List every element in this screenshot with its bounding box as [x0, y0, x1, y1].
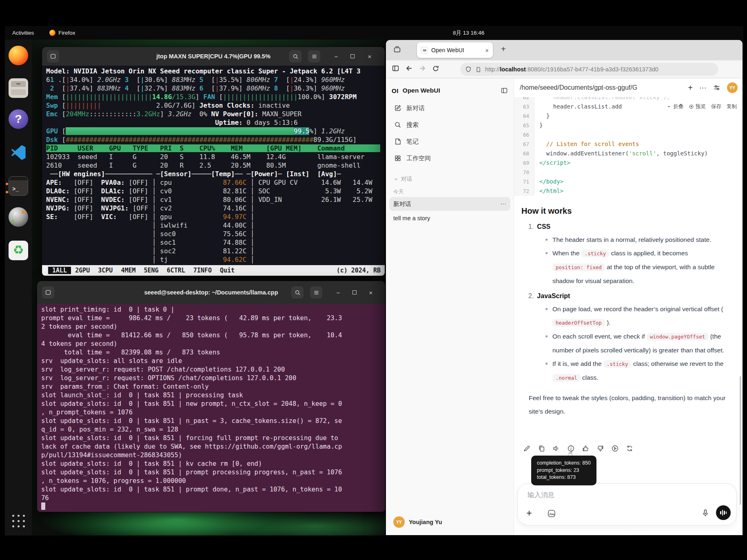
sidebar-item-search[interactable]: 搜索 [388, 117, 511, 133]
shield-icon[interactable] [465, 66, 472, 73]
sidebar-item-workspace[interactable]: 工作空间 [388, 150, 511, 166]
jtop-tab-7INFO[interactable]: 7INFO [189, 267, 216, 274]
page-info-icon[interactable] [475, 66, 481, 73]
jtop-tab-6CTRL[interactable]: 6CTRL [163, 267, 189, 274]
code-line: 71</body> [514, 177, 743, 186]
activities-button[interactable]: Activities [9, 29, 37, 37]
jtop-output-line: 102933 seeed I G 20 S 11.8 46.5M 12.4G l… [46, 153, 381, 161]
jtop-tab-5ENG[interactable]: 5ENG [140, 267, 163, 274]
sidebar-section-chats[interactable]: 对话 [393, 175, 514, 183]
message-action-play[interactable] [611, 445, 619, 454]
new-terminal-tab-button[interactable] [42, 286, 54, 299]
jtop-output-line: │ soc0 75.56C │ [46, 230, 381, 238]
terminal-menu-button[interactable] [308, 50, 320, 62]
user-avatar[interactable]: YY [727, 82, 738, 93]
browser-tab-open-webui[interactable]: OI Open WebUI × [417, 42, 493, 58]
jtop-tab-Quit[interactable]: Quit [216, 267, 239, 274]
jtop-tab-3CPU[interactable]: 3CPU [94, 267, 117, 274]
dock-show-apps-button[interactable] [9, 512, 27, 530]
insert-image-button[interactable] [547, 509, 556, 520]
controls-button[interactable] [713, 84, 720, 91]
chat-list-item[interactable]: 新对话⋯ [389, 197, 510, 211]
message-action-edit[interactable] [523, 445, 531, 454]
close-button[interactable]: × [365, 286, 377, 299]
openwebui-app: OI Open WebUI 新对话搜索笔记工作空间 对话 今天 新对话⋯tell… [386, 78, 743, 535]
copy-icon [538, 445, 545, 452]
sidebar-item-notes[interactable]: 笔记 [388, 133, 511, 150]
chat-item-menu-button[interactable]: ⋯ [501, 201, 507, 207]
files-handle-art [16, 83, 20, 84]
message-composer[interactable]: 输入消息 + [517, 483, 737, 525]
dock-vscode-icon[interactable] [9, 143, 28, 162]
forward-button[interactable] [419, 64, 426, 74]
new-tab-button[interactable]: + [501, 45, 506, 53]
scrollbar[interactable] [740, 376, 741, 505]
terminal-search-button[interactable] [291, 286, 304, 299]
new-terminal-tab-button[interactable] [47, 50, 59, 62]
dock-camera-icon[interactable] [9, 207, 28, 227]
llama-titlebar[interactable]: seeed@seeed-desktop: ~/Documents/llama.c… [37, 281, 385, 304]
chat-title: /home/seeed/Documents/gpt-oss-gguf/G [520, 84, 637, 91]
dock-help-icon[interactable]: ? [9, 109, 28, 129]
back-button[interactable] [405, 64, 413, 74]
maximize-button[interactable] [348, 286, 361, 299]
message-action-thumb-up[interactable] [582, 445, 590, 454]
camera-glint-art [22, 210, 25, 214]
llama-log-line: eval time = 81412.66 ms / 850 tokens ( 9… [41, 331, 381, 340]
edit-icon [523, 445, 531, 452]
message-action-copy[interactable] [538, 445, 545, 454]
code-line-content: // Listen for scroll events [534, 139, 639, 149]
dock-firefox-icon[interactable] [9, 46, 28, 65]
dock-terminal-icon[interactable]: >_ [9, 176, 28, 196]
inline-code: headerOffsetTop [552, 319, 605, 327]
terminal-menu-button[interactable] [310, 286, 322, 299]
jtop-copyright: (c) 2024, RB [337, 267, 381, 274]
maximize-button[interactable] [346, 50, 359, 62]
terminal-search-button[interactable] [289, 50, 301, 62]
code-line: 68 window.addEventListener('scroll', tog… [514, 149, 743, 158]
code-copy-button[interactable]: 复制 [727, 103, 737, 110]
firefox-window: OI Open WebUI × + http://localhost:8080/… [386, 40, 743, 535]
sidebar-menu: 新对话搜索笔记工作空间 [386, 100, 514, 166]
jtop-footer-menu: 1ALL2GPU3CPU4MEM5ENG6CTRL7INFOQuit (c) 2… [42, 265, 385, 276]
jtop-tab-2GPU[interactable]: 2GPU [71, 267, 94, 274]
voice-call-button[interactable] [716, 505, 731, 520]
code-preview-button[interactable]: 预览 [689, 103, 706, 110]
sidebar-brand-row[interactable]: OI Open WebUI [386, 82, 514, 100]
close-button[interactable]: × [364, 50, 376, 62]
voice-input-button[interactable] [701, 509, 709, 519]
clock[interactable]: 8月 13 16:46 [453, 26, 484, 40]
message-action-thumb-down[interactable] [596, 445, 604, 454]
jtop-tab-1ALL[interactable]: 1ALL [48, 267, 71, 274]
reload-button[interactable] [432, 65, 439, 74]
chat-options-button[interactable]: ⋯ [699, 84, 707, 92]
code-collapse-button[interactable]: 折叠 [666, 103, 683, 110]
jtop-titlebar[interactable]: jtop MAXN SUPER|CPU 4.7%|GPU 99.5% − × [42, 47, 385, 66]
dock-files-icon[interactable] [9, 78, 28, 98]
url-text[interactable]: http://localhost:8080/c/1916ba57-b477-41… [485, 66, 658, 73]
bullet-item: ●On each scroll event, we check if windo… [545, 330, 743, 357]
message-action-speak[interactable] [552, 445, 560, 454]
waveform-icon [724, 511, 725, 515]
dock-software-updater-icon[interactable]: ♻ [9, 241, 28, 260]
refresh-icon [626, 445, 634, 452]
new-chat-button[interactable]: + [688, 84, 693, 92]
minimize-button[interactable]: − [330, 50, 342, 62]
jtop-tab-4MEM[interactable]: 4MEM [117, 267, 140, 274]
minimize-button[interactable]: − [332, 286, 344, 299]
sidebar-item-new-chat[interactable]: 新对话 [388, 100, 511, 116]
tab-close-button[interactable]: × [485, 47, 489, 54]
sidebar-toggle-button[interactable] [392, 64, 399, 74]
tab-overview-button[interactable] [393, 46, 401, 55]
code-save-button[interactable]: 保存 [711, 103, 721, 110]
llama-window-title: seeed@seeed-desktop: ~/Documents/llama.c… [144, 289, 278, 296]
attach-button[interactable]: + [526, 508, 532, 518]
user-menu[interactable]: YY Youjiang Yu [389, 514, 446, 530]
message-action-refresh[interactable] [626, 445, 634, 454]
chat-list-item[interactable]: tell me a story [389, 211, 510, 225]
llama-log-line: 76 [41, 494, 381, 502]
sidebar-collapse-button[interactable] [501, 87, 508, 94]
url-bar[interactable]: http://localhost:8080/c/1916ba57-b477-41… [460, 63, 718, 76]
list-title: CSS [537, 221, 550, 233]
focused-app-menu[interactable]: Firefox [49, 30, 75, 36]
